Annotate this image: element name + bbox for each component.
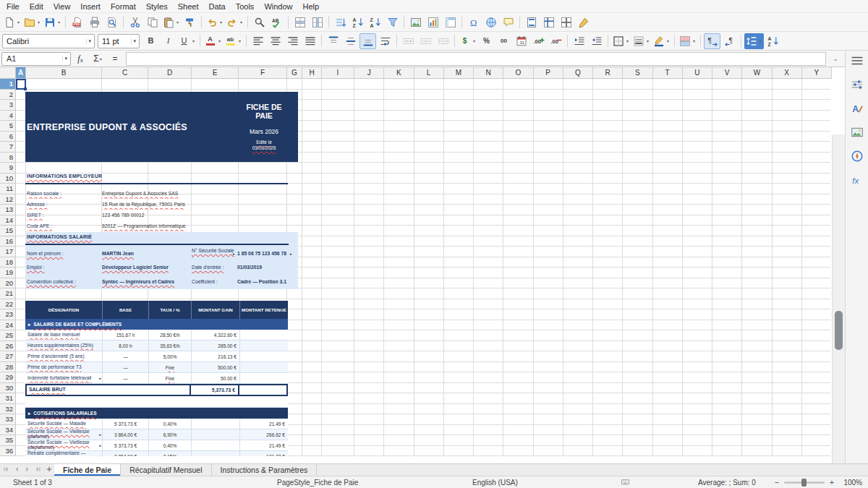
row-header-28[interactable]: 28 <box>0 362 15 373</box>
line-spacing-button[interactable]: ▾ <box>744 33 764 49</box>
unmerge-cells-button[interactable] <box>435 33 451 49</box>
chevron-down-icon[interactable]: ▾ <box>131 38 137 44</box>
find-and-replace-button[interactable] <box>251 14 268 30</box>
center-vertically-button[interactable] <box>342 33 359 49</box>
menu-format[interactable]: Format <box>106 1 141 12</box>
column-header-m[interactable]: M <box>444 67 474 78</box>
new-document-button[interactable]: ▾ <box>2 14 22 30</box>
dropdown-arrow-icon[interactable]: ▾ <box>237 38 242 43</box>
row-headers[interactable]: 1234567891011121314151617181920212223242… <box>0 79 16 456</box>
menu-styles[interactable]: Styles <box>141 1 173 12</box>
border-color-button[interactable]: ▾ <box>652 33 671 49</box>
clone-formatting-button[interactable] <box>182 14 198 30</box>
menu-insert[interactable]: Insert <box>75 1 106 12</box>
formula-button[interactable]: = <box>107 51 123 66</box>
sheet-tab-r-capitulatif-mensuel[interactable]: Récapitulatif Mensuel <box>121 464 211 476</box>
menu-data[interactable]: Data <box>203 1 230 12</box>
merge-cells-button[interactable] <box>417 33 434 49</box>
sidebar-settings-button[interactable] <box>848 53 866 70</box>
format-as-number-button[interactable]: 00 <box>495 33 512 49</box>
column-header-o[interactable]: O <box>503 67 533 78</box>
row-header-11[interactable]: 11 <box>0 184 15 194</box>
row-header-21[interactable]: 21 <box>0 288 15 299</box>
dropdown-arrow-icon[interactable]: ▾ <box>645 38 650 43</box>
selection-handle[interactable] <box>24 87 27 90</box>
headers-and-footers-button[interactable] <box>523 14 540 30</box>
add-decimal-place-button[interactable]: .00 <box>530 33 547 49</box>
row-header-15[interactable]: 15 <box>0 226 15 236</box>
align-bottom-button[interactable] <box>359 33 376 49</box>
row-header-2[interactable]: 2 <box>0 90 15 100</box>
selection-stats[interactable]: Average: ; Sum: 0 <box>698 479 756 487</box>
insert-column-button[interactable] <box>309 14 326 30</box>
row-header-30[interactable]: 30 <box>0 383 15 394</box>
menu-file[interactable]: File <box>1 1 25 12</box>
column-header-b[interactable]: B <box>26 67 102 78</box>
row-header-20[interactable]: 20 <box>0 278 15 289</box>
sort-descending-button[interactable]: ZA <box>367 14 383 30</box>
column-header-q[interactable]: Q <box>563 67 593 78</box>
column-header-j[interactable]: J <box>354 67 384 78</box>
row-header-23[interactable]: 23 <box>0 309 15 320</box>
text-direction-left-to-right-button[interactable]: ¶ <box>704 33 720 49</box>
dropdown-arrow-icon[interactable]: ▾ <box>175 20 180 25</box>
row-header-9[interactable]: 9 <box>0 163 15 174</box>
freeze-rows-and-columns-button[interactable] <box>540 14 557 30</box>
row-header-33[interactable]: 33 <box>0 414 15 425</box>
text-direction-right-to-left-button[interactable]: ¶ <box>721 33 738 49</box>
row-header-14[interactable]: 14 <box>0 215 15 226</box>
chevron-down-icon[interactable]: ▾ <box>86 38 93 44</box>
row-header-7[interactable]: 7 <box>0 142 15 153</box>
sheet-tab-fiche-de-paie[interactable]: Fiche de Paie <box>54 464 121 476</box>
undo-button[interactable]: ▾ <box>205 14 224 30</box>
row-header-17[interactable]: 17 <box>0 247 15 257</box>
zoom-level[interactable]: 100% <box>839 479 862 487</box>
cell-reference-box[interactable]: A1 ▾ <box>1 52 71 66</box>
column-header-r[interactable]: R <box>593 67 623 78</box>
row-header-12[interactable]: 12 <box>0 194 15 205</box>
highlighting-color-button[interactable]: ab▾ <box>224 33 243 49</box>
zoom-slider-thumb[interactable] <box>801 479 807 487</box>
column-header-a[interactable]: A <box>16 67 26 78</box>
column-headers[interactable]: ABCDEFGHIJKLMNOPQRSTUVWXY <box>16 67 832 79</box>
open-button[interactable]: ▾ <box>22 14 42 30</box>
dropdown-arrow-icon[interactable]: ▾ <box>665 38 671 43</box>
insert-comment-button[interactable] <box>500 14 516 30</box>
row-header-1[interactable]: 1 <box>0 79 15 90</box>
row-header-19[interactable]: 19 <box>0 267 15 278</box>
column-header-i[interactable]: I <box>322 67 354 78</box>
menu-view[interactable]: View <box>48 1 76 12</box>
sort-lines-ascending-button[interactable]: AZ <box>765 33 781 49</box>
bold-button[interactable]: B <box>142 33 159 49</box>
column-header-w[interactable]: W <box>742 67 772 78</box>
spelling-button[interactable]: AB <box>268 14 285 30</box>
insert-hyperlink-button[interactable] <box>482 14 499 30</box>
row-header-5[interactable]: 5 <box>0 121 15 132</box>
select-all-corner[interactable] <box>0 67 16 79</box>
column-header-n[interactable]: N <box>474 67 503 78</box>
properties-button[interactable] <box>848 77 866 94</box>
row-header-29[interactable]: 29 <box>0 372 15 383</box>
menu-help[interactable]: Help <box>298 1 325 12</box>
row-header-3[interactable]: 3 <box>0 100 15 111</box>
column-header-f[interactable]: F <box>239 67 287 78</box>
menu-edit[interactable]: Edit <box>25 1 48 12</box>
column-header-g[interactable]: G <box>287 67 302 78</box>
column-header-u[interactable]: U <box>683 67 712 78</box>
row-header-24[interactable]: 24 <box>0 320 15 331</box>
row-header-22[interactable]: 22 <box>0 299 15 310</box>
show-draw-functions-button[interactable] <box>575 14 592 30</box>
align-right-button[interactable] <box>284 33 301 49</box>
dropdown-arrow-icon[interactable]: ▾ <box>239 20 244 25</box>
dropdown-arrow-icon[interactable]: ▾ <box>191 38 196 43</box>
insert-pivot-table-button[interactable] <box>442 14 459 30</box>
row-header-31[interactable]: 31 <box>0 393 15 404</box>
row-header-18[interactable]: 18 <box>0 257 15 268</box>
dropdown-arrow-icon[interactable]: ▾ <box>758 38 763 43</box>
underline-button[interactable]: U▾ <box>177 33 197 49</box>
copy-button[interactable] <box>144 14 161 30</box>
functions-button[interactable]: fx <box>848 172 866 189</box>
italic-button[interactable]: I <box>160 33 176 49</box>
column-header-v[interactable]: V <box>712 67 742 78</box>
paste-button[interactable]: ▾ <box>161 14 181 30</box>
